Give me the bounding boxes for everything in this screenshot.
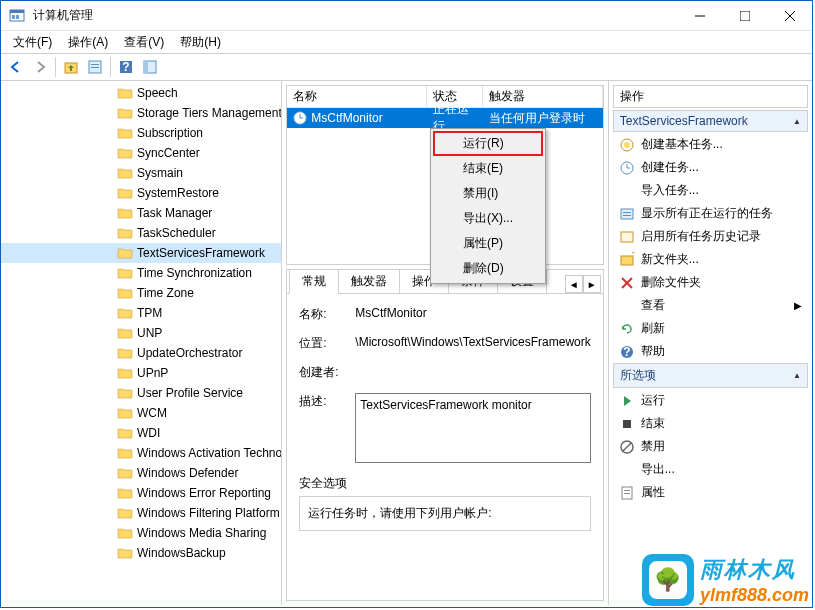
- folder-icon: [117, 346, 133, 360]
- cm-delete[interactable]: 删除(D): [433, 256, 543, 281]
- tree-item[interactable]: Windows Media Sharing: [1, 523, 281, 543]
- clock-icon: [293, 111, 307, 125]
- lbl-security: 安全选项: [299, 475, 590, 492]
- action-view[interactable]: 查看▶: [613, 294, 808, 317]
- folder-icon: [117, 146, 133, 160]
- action-create-task[interactable]: 创建任务...: [613, 156, 808, 179]
- svg-rect-25: [623, 212, 631, 213]
- tree-item[interactable]: Windows Activation Technologies: [1, 443, 281, 463]
- forward-button[interactable]: [29, 56, 51, 78]
- tab-prev[interactable]: ◄: [565, 275, 583, 293]
- help-button[interactable]: ?: [115, 56, 137, 78]
- svg-text:*: *: [631, 252, 635, 261]
- tree-item[interactable]: Windows Defender: [1, 463, 281, 483]
- watermark-line2: ylmf888.com: [700, 585, 809, 606]
- cm-run[interactable]: 运行(R): [433, 131, 543, 156]
- action-refresh[interactable]: 刷新: [613, 317, 808, 340]
- close-button[interactable]: [767, 1, 812, 30]
- tree-item-label: Task Manager: [137, 206, 212, 220]
- play-icon: [619, 393, 635, 409]
- tree-item[interactable]: WCM: [1, 403, 281, 423]
- action-show-running[interactable]: 显示所有正在运行的任务: [613, 202, 808, 225]
- actions-section-1[interactable]: TextServicesFramework▲: [613, 110, 808, 132]
- col-trigger[interactable]: 触发器: [483, 86, 602, 107]
- menubar: 文件(F) 操作(A) 查看(V) 帮助(H): [1, 31, 812, 53]
- tree-item-label: UPnP: [137, 366, 168, 380]
- app-icon: [9, 8, 25, 24]
- maximize-button[interactable]: [722, 1, 767, 30]
- tree-scroll[interactable]: SpeechStorage Tiers ManagementSubscripti…: [1, 81, 281, 605]
- menu-view[interactable]: 查看(V): [116, 32, 172, 53]
- tree-item[interactable]: SyncCenter: [1, 143, 281, 163]
- action-create-basic[interactable]: 创建基本任务...: [613, 133, 808, 156]
- action-end[interactable]: 结束: [613, 412, 808, 435]
- export-icon: [619, 462, 635, 478]
- up-button[interactable]: [60, 56, 82, 78]
- actions-section-2[interactable]: 所选项▲: [613, 363, 808, 388]
- import-icon: [619, 183, 635, 199]
- tab-triggers[interactable]: 触发器: [338, 269, 400, 293]
- col-name[interactable]: 名称: [287, 86, 427, 107]
- task-row[interactable]: MsCtfMonitor 正在运行 当任何用户登录时: [287, 108, 602, 128]
- task-icon: [619, 160, 635, 176]
- svg-rect-10: [91, 64, 99, 65]
- svg-text:?: ?: [122, 60, 129, 74]
- cm-disable[interactable]: 禁用(I): [433, 181, 543, 206]
- panel-button[interactable]: [139, 56, 161, 78]
- menu-file[interactable]: 文件(F): [5, 32, 60, 53]
- cm-end[interactable]: 结束(E): [433, 156, 543, 181]
- tree-item[interactable]: Windows Filtering Platform: [1, 503, 281, 523]
- tree-item[interactable]: WDI: [1, 423, 281, 443]
- folder-icon: [117, 286, 133, 300]
- chevron-right-icon: ▶: [794, 300, 802, 311]
- watermark-line1: 雨林木风: [700, 555, 809, 585]
- window-title: 计算机管理: [33, 7, 677, 24]
- back-button[interactable]: [5, 56, 27, 78]
- tree-item[interactable]: Time Zone: [1, 283, 281, 303]
- props-button[interactable]: [84, 56, 106, 78]
- folder-icon: [117, 126, 133, 140]
- tree-item-label: SyncCenter: [137, 146, 200, 160]
- tree-item[interactable]: User Profile Service: [1, 383, 281, 403]
- delete-icon: [619, 275, 635, 291]
- tree-item-label: Windows Filtering Platform: [137, 506, 280, 520]
- tree-item[interactable]: UPnP: [1, 363, 281, 383]
- cm-export[interactable]: 导出(X)...: [433, 206, 543, 231]
- tab-general[interactable]: 常规: [289, 269, 339, 294]
- tree-item[interactable]: WindowsBackup: [1, 543, 281, 563]
- svg-rect-39: [624, 493, 630, 494]
- action-import[interactable]: 导入任务...: [613, 179, 808, 202]
- action-help[interactable]: ?帮助: [613, 340, 808, 363]
- props-icon: [619, 485, 635, 501]
- tree-item[interactable]: Windows Error Reporting: [1, 483, 281, 503]
- folder-icon: [117, 526, 133, 540]
- action-properties[interactable]: 属性: [613, 481, 808, 504]
- menu-action[interactable]: 操作(A): [60, 32, 116, 53]
- tree-item[interactable]: UpdateOrchestrator: [1, 343, 281, 363]
- tree-item[interactable]: TaskScheduler: [1, 223, 281, 243]
- svg-rect-34: [623, 420, 631, 428]
- tree-item[interactable]: Task Manager: [1, 203, 281, 223]
- tree-item[interactable]: Subscription: [1, 123, 281, 143]
- tree-item[interactable]: TextServicesFramework: [1, 243, 281, 263]
- tree-item-label: Time Zone: [137, 286, 194, 300]
- action-export[interactable]: 导出...: [613, 458, 808, 481]
- tree-item[interactable]: Storage Tiers Management: [1, 103, 281, 123]
- tree-item[interactable]: Speech: [1, 83, 281, 103]
- tree-item[interactable]: UNP: [1, 323, 281, 343]
- action-disable[interactable]: 禁用: [613, 435, 808, 458]
- tree-item[interactable]: TPM: [1, 303, 281, 323]
- tree-item[interactable]: SystemRestore: [1, 183, 281, 203]
- tab-next[interactable]: ►: [583, 275, 601, 293]
- val-description[interactable]: [355, 393, 590, 463]
- menu-help[interactable]: 帮助(H): [172, 32, 229, 53]
- watermark-logo: 🌳: [642, 554, 694, 606]
- cm-properties[interactable]: 属性(P): [433, 231, 543, 256]
- tree-item[interactable]: Time Synchronization: [1, 263, 281, 283]
- action-delete-folder[interactable]: 删除文件夹: [613, 271, 808, 294]
- minimize-button[interactable]: [677, 1, 722, 30]
- action-enable-history[interactable]: 启用所有任务历史记录: [613, 225, 808, 248]
- tree-item[interactable]: Sysmain: [1, 163, 281, 183]
- action-run[interactable]: 运行: [613, 389, 808, 412]
- action-new-folder[interactable]: *新文件夹...: [613, 248, 808, 271]
